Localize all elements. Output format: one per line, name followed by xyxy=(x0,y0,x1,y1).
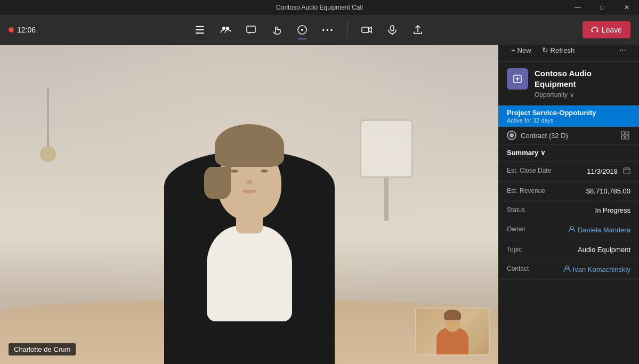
apps-icon xyxy=(297,25,308,35)
share-button[interactable] xyxy=(407,19,428,41)
svg-point-7 xyxy=(301,29,303,31)
topic-value: Audio Equipment xyxy=(555,246,630,254)
side-panel: Contoso ✕ + New ↻ Refresh ··· Contoso Au… xyxy=(498,15,639,364)
svg-rect-1 xyxy=(196,29,204,30)
apps-button[interactable] xyxy=(292,19,313,41)
more-actions-button[interactable]: ··· xyxy=(615,43,630,57)
field-owner: Owner Daniela Mandera xyxy=(498,220,639,240)
field-contact: Contact Ivan Komachinskiy xyxy=(498,260,639,280)
thumbnail-bg xyxy=(416,309,489,354)
call-toolbar: 12:06 xyxy=(0,15,639,45)
raise-hand-button[interactable] xyxy=(266,19,287,41)
svg-rect-5 xyxy=(247,26,255,33)
hand-icon xyxy=(271,25,282,35)
person-shirt xyxy=(207,225,292,321)
owner-label: Owner xyxy=(507,225,555,233)
new-label: New xyxy=(517,46,531,54)
svg-point-3 xyxy=(222,27,225,30)
participants-icon xyxy=(195,25,205,35)
camera-icon xyxy=(361,25,372,35)
summary-chevron: ∨ xyxy=(540,149,546,157)
recording-indicator xyxy=(9,27,14,33)
type-chevron: ∨ xyxy=(570,91,575,99)
chat-button[interactable] xyxy=(240,19,262,41)
refresh-label: Refresh xyxy=(551,46,575,54)
svg-rect-15 xyxy=(626,136,629,139)
leave-button[interactable]: Leave xyxy=(583,21,630,38)
record-name: Contoso Audio Equipment xyxy=(535,68,630,89)
participants-button[interactable] xyxy=(189,19,211,41)
people-button[interactable] xyxy=(215,19,236,41)
svg-rect-14 xyxy=(621,136,625,139)
leave-phone-icon xyxy=(591,26,598,34)
svg-rect-9 xyxy=(391,26,394,31)
window-title: Contoso Audio Equipment Call xyxy=(276,4,363,11)
field-status: Status In Progress xyxy=(498,201,639,220)
project-bar-title: Project Service-Oppotunity xyxy=(507,109,630,117)
minimize-button[interactable]: — xyxy=(565,0,590,15)
more-options-button[interactable]: ··· xyxy=(317,19,338,41)
time-display: 12:06 xyxy=(17,26,36,34)
svg-rect-13 xyxy=(626,132,629,135)
share-icon xyxy=(412,25,423,35)
participant-name: Charlotte de Crum xyxy=(14,345,70,353)
record-details: Contoso Audio Equipment Opportunity ∨ xyxy=(535,68,630,99)
window-controls: — □ ✕ xyxy=(565,0,639,15)
contract-label: Contract (32 D) xyxy=(521,132,568,140)
status-value: In Progress xyxy=(555,206,630,214)
calendar-icon[interactable] xyxy=(623,167,630,176)
field-topic: Topic Audio Equipment xyxy=(498,240,639,260)
main-video: Charlotte de Crum xyxy=(0,45,498,364)
maximize-button[interactable]: □ xyxy=(590,0,614,15)
contract-info: Contract (32 D) xyxy=(507,131,568,140)
video-area: Charlotte de Crum xyxy=(0,45,498,364)
close-date-value: 11/3/2018 xyxy=(587,167,618,175)
project-bar-subtitle: Active for 32 days xyxy=(507,117,630,124)
name-tag: Charlotte de Crum xyxy=(9,343,76,355)
svg-rect-16 xyxy=(624,168,630,174)
toolbar-icons: ··· xyxy=(36,19,583,41)
summary-header[interactable]: Summary ∨ xyxy=(498,144,639,161)
record-icon xyxy=(507,68,528,90)
summary-label: Summary xyxy=(507,149,538,157)
thumbnail-video[interactable] xyxy=(415,308,490,355)
contract-expand-icon[interactable] xyxy=(620,130,630,141)
project-bar[interactable]: Project Service-Oppotunity Active for 32… xyxy=(498,106,639,127)
status-label: Status xyxy=(507,206,555,214)
microphone-icon xyxy=(387,25,398,35)
owner-person-icon xyxy=(568,225,576,234)
chat-icon xyxy=(246,25,256,35)
svg-rect-12 xyxy=(621,132,625,135)
record-type[interactable]: Opportunity ∨ xyxy=(535,91,630,99)
contact-value[interactable]: Ivan Komachinskiy xyxy=(573,265,630,273)
person-hair-side xyxy=(204,167,231,199)
refresh-icon: ↻ xyxy=(542,46,548,54)
svg-rect-2 xyxy=(196,33,204,34)
fields-container: Est. Close Date 11/3/2018 Est. Revenue $… xyxy=(498,161,639,364)
camera-button[interactable] xyxy=(356,19,377,41)
topic-label: Topic xyxy=(507,246,555,253)
svg-rect-8 xyxy=(362,27,369,33)
revenue-value: $8,710,785.00 xyxy=(555,187,630,195)
close-button[interactable]: ✕ xyxy=(614,0,639,15)
svg-rect-0 xyxy=(196,26,204,27)
title-bar: Contoso Audio Equipment Call — □ ✕ xyxy=(0,0,639,15)
owner-value[interactable]: Daniela Mandera xyxy=(578,226,630,234)
contact-person-icon xyxy=(563,265,571,274)
revenue-label: Est. Revenue xyxy=(507,187,555,195)
people-icon xyxy=(220,25,231,35)
call-timer: 12:06 xyxy=(9,26,36,34)
microphone-button[interactable] xyxy=(382,19,403,41)
field-revenue: Est. Revenue $8,710,785.00 xyxy=(498,182,639,201)
contract-row[interactable]: Contract (32 D) xyxy=(498,127,639,144)
bg-chair-right xyxy=(360,119,413,221)
field-close-date: Est. Close Date 11/3/2018 xyxy=(498,161,639,182)
expand-icon xyxy=(621,131,629,140)
record-info: Contoso Audio Equipment Opportunity ∨ xyxy=(498,62,639,106)
thumb-hair xyxy=(444,310,461,320)
contact-label: Contact xyxy=(507,265,555,272)
new-button[interactable]: + New xyxy=(507,44,536,56)
toolbar-divider xyxy=(347,21,347,38)
refresh-button[interactable]: ↻ Refresh xyxy=(538,44,579,56)
contract-status-icon xyxy=(507,131,516,140)
